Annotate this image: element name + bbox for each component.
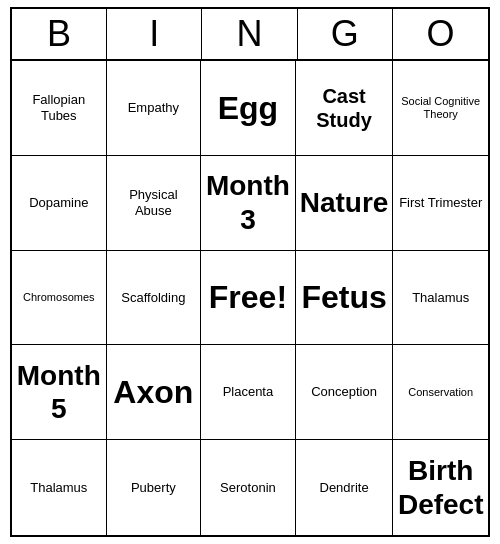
header-i: I <box>107 9 202 59</box>
bingo-cell-2: Egg <box>201 61 296 156</box>
bingo-cell-1: Empathy <box>107 61 202 156</box>
bingo-cell-21: Puberty <box>107 440 202 535</box>
bingo-cell-9: First Trimester <box>393 156 488 251</box>
bingo-cell-3: Cast Study <box>296 61 394 156</box>
bingo-cell-19: Conservation <box>393 345 488 440</box>
bingo-cell-15: Month 5 <box>12 345 107 440</box>
bingo-card: B I N G O Fallopian TubesEmpathyEggCast … <box>10 7 490 537</box>
bingo-cell-4: Social Cognitive Theory <box>393 61 488 156</box>
bingo-cell-11: Scaffolding <box>107 251 202 346</box>
bingo-cell-18: Conception <box>296 345 394 440</box>
bingo-cell-13: Fetus <box>296 251 394 346</box>
bingo-cell-24: Birth Defect <box>393 440 488 535</box>
header-n: N <box>202 9 297 59</box>
bingo-cell-16: Axon <box>107 345 202 440</box>
bingo-cell-8: Nature <box>296 156 394 251</box>
bingo-cell-17: Placenta <box>201 345 296 440</box>
bingo-cell-5: Dopamine <box>12 156 107 251</box>
header-g: G <box>298 9 393 59</box>
bingo-cell-22: Serotonin <box>201 440 296 535</box>
bingo-cell-10: Chromosomes <box>12 251 107 346</box>
header-b: B <box>12 9 107 59</box>
bingo-cell-12: Free! <box>201 251 296 346</box>
bingo-cell-20: Thalamus <box>12 440 107 535</box>
header-o: O <box>393 9 488 59</box>
bingo-cell-0: Fallopian Tubes <box>12 61 107 156</box>
bingo-cell-23: Dendrite <box>296 440 394 535</box>
bingo-header: B I N G O <box>12 9 488 61</box>
bingo-grid: Fallopian TubesEmpathyEggCast StudySocia… <box>12 61 488 535</box>
bingo-cell-6: Physical Abuse <box>107 156 202 251</box>
bingo-cell-14: Thalamus <box>393 251 488 346</box>
bingo-cell-7: Month 3 <box>201 156 296 251</box>
